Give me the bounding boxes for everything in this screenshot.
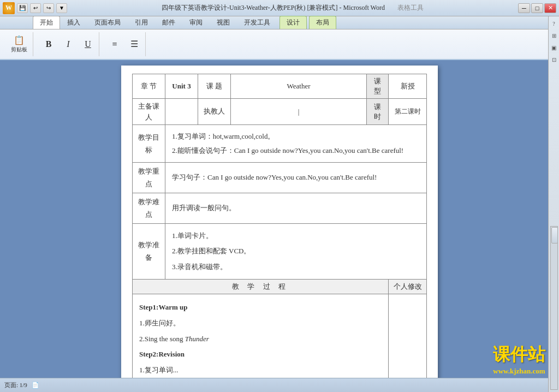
cell-exec-teacher-label: 执教人 bbox=[198, 99, 231, 125]
redo-button[interactable]: ↪ bbox=[43, 3, 54, 13]
tab-review[interactable]: 审阅 bbox=[182, 16, 210, 29]
status-bar: 页面: 1/9 📄 bbox=[0, 378, 559, 392]
scrollbar-thumb[interactable] bbox=[551, 227, 558, 243]
cell-process-content: Step1:Warm up 1.师生问好。 2.Sing the song Th… bbox=[133, 294, 389, 378]
underline-icon: U bbox=[85, 39, 91, 49]
tab-insert[interactable]: 插入 bbox=[60, 16, 87, 29]
document-page: 章 节 Unit 3 课 题 Weather 课型 新授 主备课人 执教人 | … bbox=[121, 66, 438, 378]
cell-type-value: 新授 bbox=[389, 74, 427, 99]
align-left-icon: ≡ bbox=[112, 39, 117, 49]
align-left-button[interactable]: ≡ bbox=[106, 38, 123, 51]
align-center-button[interactable]: ☰ bbox=[126, 38, 143, 51]
title-bar-left: W 💾 ↩ ↪ ▼ bbox=[3, 2, 67, 14]
right-toolbar: ? ⊞ ▣ ⊡ bbox=[548, 16, 559, 392]
step2-item1: 1.复习单词... bbox=[139, 363, 382, 378]
cell-prep-content: 1.单词卡片。 2.教学挂图和配套 VCD。 3.录音机和磁带。 bbox=[165, 223, 427, 280]
cell-key-label: 教学重点 bbox=[133, 163, 165, 193]
table-row: 教学准备 1.单词卡片。 2.教学挂图和配套 VCD。 3.录音机和磁带。 bbox=[133, 223, 427, 280]
tab-layout[interactable]: 布局 bbox=[309, 16, 336, 29]
cell-type-label: 课型 bbox=[367, 74, 389, 99]
minimize-button[interactable]: ─ bbox=[518, 3, 530, 13]
window-title: 四年级下英语教学设计-Unit3-Weather-人教PEP(秋) [兼容模式]… bbox=[67, 3, 518, 13]
tab-start[interactable]: 开始 bbox=[33, 16, 60, 29]
align-center-icon: ☰ bbox=[130, 39, 138, 49]
lesson-table: 章 节 Unit 3 课 题 Weather 课型 新授 主备课人 执教人 | … bbox=[132, 74, 427, 378]
main-content-area: 章 节 Unit 3 课 题 Weather 课型 新授 主备课人 执教人 | … bbox=[0, 60, 559, 378]
clipboard-button[interactable]: 📋 剪贴板 bbox=[8, 34, 31, 55]
objective-item-2: 2.能听懂会说句子：Can I go outside now?Yes,you c… bbox=[172, 144, 420, 158]
italic-icon: I bbox=[67, 39, 69, 49]
restore-button[interactable]: □ bbox=[531, 3, 543, 13]
page-number: 页面: 1/9 bbox=[4, 381, 27, 389]
bold-button[interactable]: B bbox=[40, 38, 57, 51]
cell-key-content: 学习句子：Can I go outside now?Yes,you can.No… bbox=[165, 163, 427, 193]
cell-period-label: 课时 bbox=[367, 99, 389, 125]
tab-design[interactable]: 设计 bbox=[280, 16, 307, 29]
italic-button[interactable]: I bbox=[60, 38, 77, 51]
step1-header: Step1:Warm up bbox=[139, 300, 382, 316]
cell-objective-content: 1.复习单词：hot,warm,cool,cold。 2.能听懂会说句子：Can… bbox=[165, 125, 427, 163]
tab-developer[interactable]: 开发工具 bbox=[237, 16, 277, 29]
cell-main-teacher-value bbox=[165, 99, 198, 125]
toolbar-group-para: ≡ ☰ bbox=[104, 32, 146, 56]
underline-button[interactable]: U bbox=[79, 38, 97, 51]
save-button[interactable]: 💾 bbox=[17, 3, 28, 13]
close-button[interactable]: ✕ bbox=[544, 3, 556, 13]
customize-button[interactable]: ▼ bbox=[56, 3, 67, 13]
cell-objective-label: 教学目标 bbox=[133, 125, 165, 163]
table-row: 主备课人 执教人 | 课时 第二课时 bbox=[133, 99, 427, 125]
cell-exec-teacher-value: | bbox=[231, 99, 367, 125]
cell-difficulty-content: 用升调读一般问句。 bbox=[165, 193, 427, 223]
tab-references[interactable]: 引用 bbox=[128, 16, 155, 29]
bold-icon: B bbox=[46, 39, 52, 49]
right-tool-help[interactable]: ? bbox=[549, 19, 559, 28]
step1-item2: 2.Sing the song Thunder bbox=[139, 331, 382, 347]
prep-item-3: 3.录音机和磁带。 bbox=[172, 259, 420, 275]
ribbon-toolbar: 📋 剪贴板 B I U ≡ ☰ bbox=[0, 29, 559, 60]
objective-item-1: 1.复习单词：hot,warm,cool,cold。 bbox=[172, 129, 420, 144]
cell-main-teacher-label: 主备课人 bbox=[133, 99, 165, 125]
step1-item1: 1.师生问好。 bbox=[139, 316, 382, 331]
right-tool-icon4[interactable]: ⊡ bbox=[549, 55, 559, 64]
cell-period-value: 第二课时 bbox=[389, 99, 427, 125]
cell-personal-notes-header: 个人修改 bbox=[389, 280, 427, 294]
right-tool-icon3[interactable]: ▣ bbox=[549, 43, 559, 52]
tab-page-layout[interactable]: 页面布局 bbox=[87, 16, 128, 29]
table-row: 教学难点 用升调读一般问句。 bbox=[133, 193, 427, 223]
tab-mailings[interactable]: 邮件 bbox=[155, 16, 182, 29]
cell-topic-label: 课 题 bbox=[198, 74, 231, 99]
ribbon-tabs: 开始 插入 页面布局 引用 邮件 审阅 视图 开发工具 设计 布局 bbox=[0, 16, 559, 29]
right-tool-expand[interactable]: ⊞ bbox=[549, 31, 559, 40]
toolbar-group-1: 📋 剪贴板 bbox=[5, 32, 33, 56]
doc-status-icon: 📄 bbox=[32, 382, 39, 389]
song-title: Thunder bbox=[185, 335, 209, 343]
cell-process-header: 教 学 过 程 bbox=[133, 280, 389, 294]
prep-item-1: 1.单词卡片。 bbox=[172, 228, 420, 244]
prep-item-2: 2.教学挂图和配套 VCD。 bbox=[172, 243, 420, 259]
office-logo: W bbox=[3, 2, 15, 14]
cell-difficulty-label: 教学难点 bbox=[133, 193, 165, 223]
toolbar-group-font: B I U bbox=[38, 32, 99, 56]
table-row: 教 学 过 程 个人修改 bbox=[133, 280, 427, 294]
watermark-url: www.kjzhan.com bbox=[493, 367, 545, 376]
undo-button[interactable]: ↩ bbox=[30, 3, 41, 13]
cell-prep-label: 教学准备 bbox=[133, 223, 165, 280]
table-row: 章 节 Unit 3 课 题 Weather 课型 新授 bbox=[133, 74, 427, 99]
table-row: 教学目标 1.复习单词：hot,warm,cool,cold。 2.能听懂会说句… bbox=[133, 125, 427, 163]
table-row: 教学重点 学习句子：Can I go outside now?Yes,you c… bbox=[133, 163, 427, 193]
title-bar: W 💾 ↩ ↪ ▼ 四年级下英语教学设计-Unit3-Weather-人教PEP… bbox=[0, 0, 559, 16]
clipboard-icon: 📋 bbox=[14, 35, 25, 45]
cell-topic-value: Weather bbox=[231, 74, 367, 99]
step2-header: Step2:Revision bbox=[139, 347, 382, 363]
vertical-scrollbar[interactable] bbox=[550, 226, 558, 390]
watermark: 课件站 www.kjzhan.com bbox=[493, 343, 545, 376]
cell-chapter-label: 章 节 bbox=[133, 74, 165, 99]
tab-view[interactable]: 视图 bbox=[210, 16, 237, 29]
cell-unit: Unit 3 bbox=[165, 74, 198, 99]
cell-personal-notes-content bbox=[389, 294, 427, 378]
watermark-cn-text: 课件站 bbox=[493, 343, 545, 367]
window-controls: ─ □ ✕ bbox=[518, 3, 556, 13]
table-row: Step1:Warm up 1.师生问好。 2.Sing the song Th… bbox=[133, 294, 427, 378]
